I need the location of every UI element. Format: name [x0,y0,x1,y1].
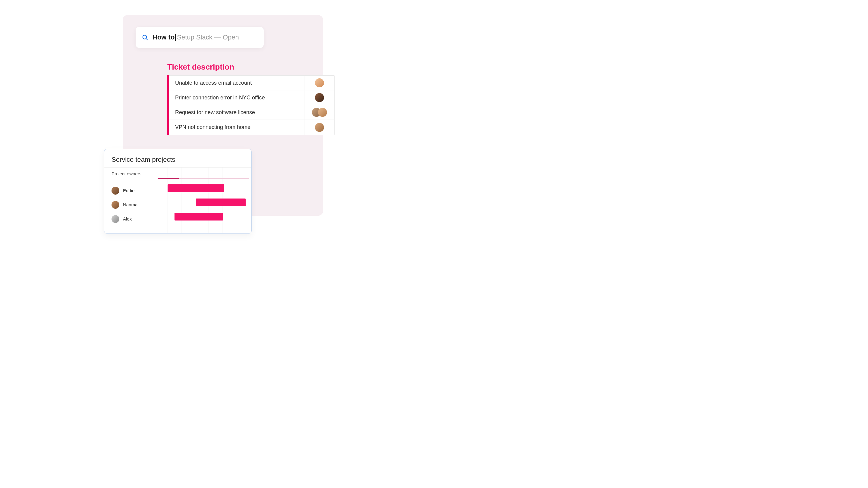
ticket-row[interactable]: Printer connection error in NYC office [167,90,334,105]
timeline-progress [158,178,179,178]
avatar [112,187,119,195]
ticket-assignee-cell[interactable] [304,105,334,120]
avatar [315,78,324,87]
ticket-label: Request for new software license [167,109,304,116]
projects-card: Service team projects Project owners Edd… [104,149,252,234]
ticket-row[interactable]: Request for new software license [167,105,334,120]
ticket-section-title: Ticket description [167,62,234,72]
owner-name: Naama [123,202,137,207]
svg-line-1 [146,38,148,40]
projects-body: Project owners Eddie Naama Alex [104,167,251,233]
ticket-assignee-cell[interactable] [304,90,334,105]
avatar [112,215,119,223]
avatar [318,108,327,117]
search-suggestion: Setup Slack — Open [177,33,239,41]
owner-name: Eddie [123,188,134,193]
owner-row[interactable]: Alex [112,212,154,226]
avatar [112,201,119,209]
ticket-label: VPN not connecting from home [167,124,304,130]
owner-name: Alex [123,216,132,221]
ticket-label: Printer connection error in NYC office [167,95,304,101]
ticket-assignee-cell[interactable] [304,76,334,90]
owners-header: Project owners [112,171,154,176]
projects-timeline [154,167,251,233]
owner-row[interactable]: Naama [112,198,154,212]
avatar-group [312,108,327,117]
timeline-gridline [195,167,195,233]
ticket-table: Unable to access email account Printer c… [167,75,335,135]
owner-row[interactable]: Eddie [112,184,154,198]
gantt-bar[interactable] [167,184,224,192]
timeline-gridline [167,167,168,233]
gantt-bar[interactable] [175,213,223,221]
search-input-typed: How to [153,33,175,41]
gantt-bar[interactable] [196,198,246,206]
projects-title: Service team projects [104,149,251,167]
ticket-assignee-cell[interactable] [304,120,334,135]
ticket-row[interactable]: Unable to access email account [167,76,334,90]
search-bar[interactable]: How to Setup Slack — Open [135,27,264,48]
ticket-label: Unable to access email account [167,80,304,86]
avatar [315,123,324,132]
avatar [315,93,324,102]
projects-owners-column: Project owners Eddie Naama Alex [104,167,154,233]
search-icon [142,34,148,41]
ticket-row[interactable]: VPN not connecting from home [167,120,334,135]
